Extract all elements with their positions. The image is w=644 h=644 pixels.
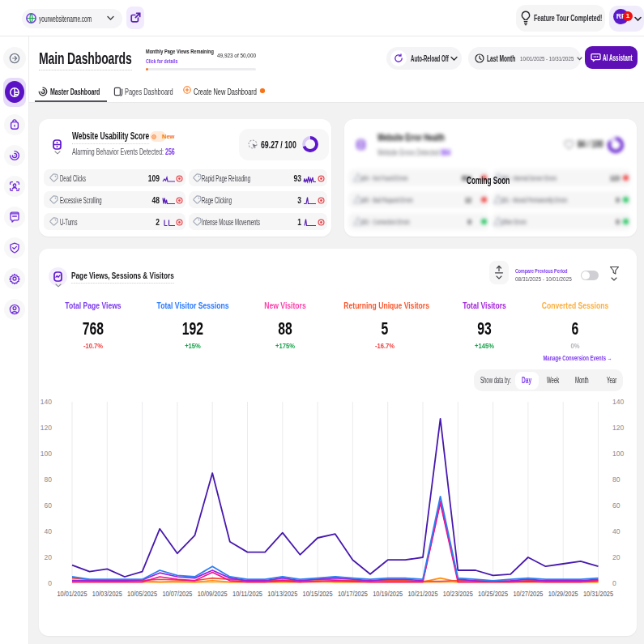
svg-text:10/23/2025: 10/23/2025 <box>443 590 473 598</box>
svg-text:10/05/2025: 10/05/2025 <box>127 590 157 598</box>
svg-text:10/29/2025: 10/29/2025 <box>548 590 578 598</box>
svg-text:60: 60 <box>612 501 621 510</box>
svg-text:0: 0 <box>612 579 616 587</box>
svg-text:10/17/2025: 10/17/2025 <box>338 590 368 598</box>
svg-text:0: 0 <box>48 579 52 587</box>
svg-text:140: 140 <box>612 398 624 406</box>
svg-text:10/09/2025: 10/09/2025 <box>198 590 228 598</box>
svg-text:10/01/2025: 10/01/2025 <box>58 590 87 598</box>
svg-text:10/15/2025: 10/15/2025 <box>303 590 333 598</box>
svg-text:40: 40 <box>612 527 621 535</box>
svg-text:20: 20 <box>612 553 621 561</box>
svg-text:100: 100 <box>612 450 624 458</box>
svg-text:120: 120 <box>41 424 52 432</box>
svg-text:10/03/2025: 10/03/2025 <box>92 590 122 598</box>
svg-text:40: 40 <box>45 527 53 535</box>
svg-text:10/31/2025: 10/31/2025 <box>583 590 613 598</box>
svg-text:10/21/2025: 10/21/2025 <box>408 590 438 598</box>
svg-text:80: 80 <box>612 476 621 484</box>
svg-text:100: 100 <box>41 450 52 458</box>
svg-text:10/07/2025: 10/07/2025 <box>162 590 192 598</box>
svg-text:10/25/2025: 10/25/2025 <box>478 590 508 598</box>
svg-text:140: 140 <box>41 398 52 406</box>
svg-text:120: 120 <box>612 424 624 432</box>
svg-text:10/11/2025: 10/11/2025 <box>232 590 262 598</box>
svg-text:10/19/2025: 10/19/2025 <box>373 590 403 598</box>
svg-text:60: 60 <box>45 501 53 510</box>
svg-text:20: 20 <box>45 553 53 561</box>
svg-text:80: 80 <box>45 476 53 484</box>
svg-text:10/13/2025: 10/13/2025 <box>267 590 297 598</box>
svg-text:10/27/2025: 10/27/2025 <box>513 590 543 598</box>
